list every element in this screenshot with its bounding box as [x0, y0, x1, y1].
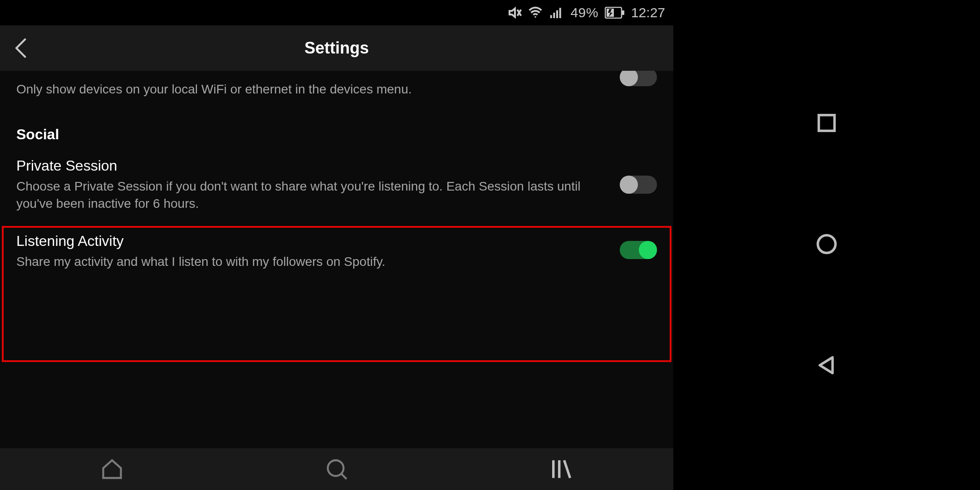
battery-icon: [605, 7, 625, 19]
page-title: Settings: [0, 39, 673, 58]
circle-icon: [815, 232, 838, 256]
svg-rect-3: [550, 15, 552, 18]
setting-title: Listening Activity: [16, 233, 606, 250]
toggle-local-devices[interactable]: [620, 71, 657, 86]
svg-rect-8: [622, 10, 624, 15]
setting-desc: Share my activity and what I listen to w…: [16, 253, 606, 270]
square-icon: [815, 111, 838, 135]
bottom-nav: [0, 448, 673, 490]
setting-desc: Choose a Private Session if you don't wa…: [16, 178, 606, 212]
setting-title: Private Session: [16, 157, 606, 174]
clock: 12:27: [631, 5, 665, 20]
wifi-icon: [528, 5, 543, 20]
toggle-knob: [639, 241, 657, 259]
chevron-left-icon: [14, 38, 29, 58]
svg-rect-15: [819, 115, 835, 131]
svg-marker-17: [820, 357, 833, 373]
toggle-private-session[interactable]: [620, 176, 657, 194]
library-icon: [549, 457, 573, 481]
svg-rect-4: [554, 13, 555, 18]
svg-point-16: [818, 235, 836, 253]
system-home-button[interactable]: [815, 232, 838, 258]
setting-row-listening-activity[interactable]: Listening Activity Share my activity and…: [16, 233, 657, 270]
section-header-social: Social: [16, 126, 657, 143]
svg-rect-5: [556, 10, 558, 18]
system-recent-button[interactable]: [815, 111, 838, 137]
search-icon: [325, 457, 348, 481]
toggle-listening-activity[interactable]: [620, 241, 657, 259]
toggle-knob: [620, 71, 638, 86]
nav-library[interactable]: [548, 456, 575, 483]
status-icons: [508, 5, 564, 20]
svg-line-14: [564, 461, 570, 478]
home-icon: [100, 457, 124, 481]
svg-point-10: [328, 461, 343, 476]
mute-icon: [508, 5, 522, 20]
back-button[interactable]: [12, 39, 31, 58]
triangle-left-icon: [815, 353, 838, 377]
settings-list[interactable]: Only show devices on your local WiFi or …: [0, 71, 673, 448]
toggle-knob: [620, 176, 638, 194]
signal-icon: [549, 5, 564, 20]
svg-line-11: [342, 474, 347, 479]
status-bar: 49% 12:27: [0, 0, 673, 25]
nav-home[interactable]: [98, 456, 126, 483]
app-screen: 49% 12:27 Settings Only: [0, 0, 673, 490]
svg-point-2: [535, 16, 536, 18]
system-back-button[interactable]: [815, 353, 838, 379]
nav-search[interactable]: [323, 456, 350, 483]
system-nav-bar: [673, 0, 980, 490]
setting-desc: Only show devices on your local WiFi or …: [16, 74, 606, 98]
battery-percent: 49%: [570, 5, 598, 20]
setting-row-local-devices[interactable]: Only show devices on your local WiFi or …: [16, 74, 657, 98]
svg-rect-6: [559, 8, 561, 18]
setting-row-private-session[interactable]: Private Session Choose a Private Session…: [16, 157, 657, 212]
app-header: Settings: [0, 25, 673, 71]
